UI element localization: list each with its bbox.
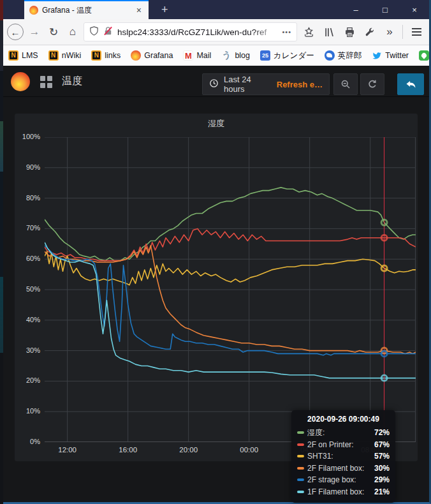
y-tick-label: 30% [15,346,40,354]
tooltip-row: 1F Filament box:21% [297,486,390,498]
y-tick-label: 10% [15,407,40,415]
maximize-button[interactable]: □ [370,5,400,15]
humidity-panel[interactable]: 湿度 100%90%80%70%60%50%40%30%20%10%0% 12:… [15,114,418,461]
tooltip-series-value: 57% [374,452,390,461]
bookmark-label: LMS [22,51,38,60]
bookmarks-bar: NLMSNnWikiNlinksGrafanaMMailうblog25カレンダー… [3,45,429,66]
y-tick-label: 80% [15,194,40,202]
y-tick-label: 50% [15,285,40,293]
minimize-button[interactable]: – [341,5,370,15]
bookmark-item[interactable]: MMail [183,50,211,61]
x-tick-label: 12:00 [52,446,84,454]
forward-icon[interactable]: → [26,26,43,38]
y-tick-label: 60% [15,255,40,262]
bookmark-item[interactable]: うblog [221,50,250,61]
reload-icon[interactable]: ↻ [45,26,62,39]
library-icon[interactable] [320,27,338,38]
shield-icon[interactable] [89,26,99,38]
y-tick-label: 20% [15,376,40,384]
tooltip-series-value: 72% [374,428,390,437]
nav-toolbar: ← → ↻ ⌂ hslpc24:3333/d/RcGZ71Lik/wen-du?… [3,19,429,45]
series-color-dash-icon [297,478,304,481]
new-tab-button[interactable]: + [156,3,173,17]
clock-icon [209,78,219,90]
tooltip-series-label: 湿度: [307,427,371,438]
zoom-out-button[interactable] [333,73,358,95]
back-to-dashboard-button[interactable] [397,73,424,95]
window-controls: – □ × [341,0,429,19]
n-badge-icon: N [8,50,18,61]
tooltip-series-value: 29% [374,475,390,484]
bookmark-label: Twitter [385,51,409,60]
ja-u-icon: う [221,50,231,61]
n-badge-icon: N [91,50,101,61]
bookmark-label: links [105,51,121,60]
grafana-header: 温度 Last 24 hours Refresh e… [3,66,429,97]
insecure-lock-icon[interactable] [103,26,113,38]
bookmark-label: 英辞郎 [338,50,362,61]
tooltip-series-label: 2F Filament box: [307,464,371,473]
bookmark-item[interactable]: 英辞郎 [325,50,362,61]
back-icon[interactable]: ← [7,24,24,40]
dashboards-grid-icon[interactable] [40,76,52,88]
y-tick-label: 90% [15,163,40,171]
print-icon[interactable] [340,27,358,38]
series-line-SHT31 [45,251,416,285]
bookmark-item[interactable]: 25カレンダー [260,50,314,61]
grafana-favicon-icon [29,6,38,15]
menu-icon[interactable] [407,28,425,35]
dashboard-title[interactable]: 温度 [62,75,82,88]
tooltip-row: SHT31:57% [297,450,390,463]
url-bar[interactable]: hslpc24:3333/d/RcGZ71Lik/wen-du?ref ••• [84,22,297,41]
bookmark-star-icon[interactable] [300,27,318,38]
feedy-icon [419,50,429,61]
chart-svg[interactable] [45,137,416,442]
tab-close-icon[interactable]: × [135,5,143,15]
titlebar: Grafana - 温度 × + – □ × [3,0,429,19]
tooltip-series-value: 30% [374,464,390,473]
bookmark-label: カレンダー [274,50,314,61]
calendar-icon: 25 [260,50,270,61]
browser-window: Grafana - 温度 × + – □ × ← → ↻ ⌂ hslpc24:3… [3,0,431,504]
bookmarks-bar-items: NLMSNnWikiNlinksGrafanaMMailうblog25カレンダー… [8,50,431,61]
series-color-dash-icon [297,443,304,446]
graph-tooltip: 2020-09-26 09:00:49 湿度:72%2F on Printer:… [291,410,395,503]
bookmark-item[interactable]: feedy [419,50,431,61]
bookmark-label: blog [235,51,250,60]
time-range-label: Last 24 hours [224,75,272,94]
wrench-icon[interactable] [361,27,379,37]
home-icon[interactable]: ⌂ [64,26,81,38]
time-range-button[interactable]: Last 24 hours Refresh e… [202,73,330,95]
bookmark-item[interactable]: Twitter [372,50,409,61]
tooltip-row: 2F Filament box:30% [297,463,390,475]
series-color-dash-icon [297,491,304,493]
grafana-flame-icon [131,50,141,61]
y-tick-label: 70% [15,224,40,232]
x-tick-label: 16:00 [112,446,144,454]
tooltip-series-value: 21% [374,487,390,496]
tooltip-timestamp: 2020-09-26 09:00:49 [297,415,390,424]
series-color-dash-icon [297,467,304,470]
close-button[interactable]: × [400,5,429,15]
grafana-logo-icon[interactable] [11,72,30,91]
panel-title[interactable]: 湿度 [15,118,418,130]
gmail-icon: M [183,50,193,61]
tooltip-row: 湿度:72% [297,427,390,439]
bookmark-item[interactable]: Grafana [131,50,173,61]
bookmark-label: Grafana [144,51,173,60]
series-line-2F on Printer [45,228,416,260]
refresh-interval-label: Refresh e… [277,80,323,89]
browser-tab[interactable]: Grafana - 温度 × [24,0,149,19]
bookmark-item[interactable]: NLMS [8,50,38,61]
toolbar-separator [402,25,403,39]
bookmark-item[interactable]: Nlinks [91,50,121,61]
bookmark-item[interactable]: NnWiki [48,50,82,61]
y-tick-label: 40% [15,316,40,323]
toolbar-overflow-icon[interactable]: » [381,26,398,38]
url-text[interactable]: hslpc24:3333/d/RcGZ71Lik/wen-du?ref [117,27,277,37]
url-overflow-icon[interactable]: ••• [282,28,291,36]
tooltip-series-label: 1F Filament box: [307,487,371,496]
tooltip-series-label: 2F strage box: [307,475,371,484]
refresh-dashboard-button[interactable] [360,73,384,95]
tooltip-rows: 湿度:72%2F on Printer:67%SHT31:57%2F Filam… [297,427,390,498]
